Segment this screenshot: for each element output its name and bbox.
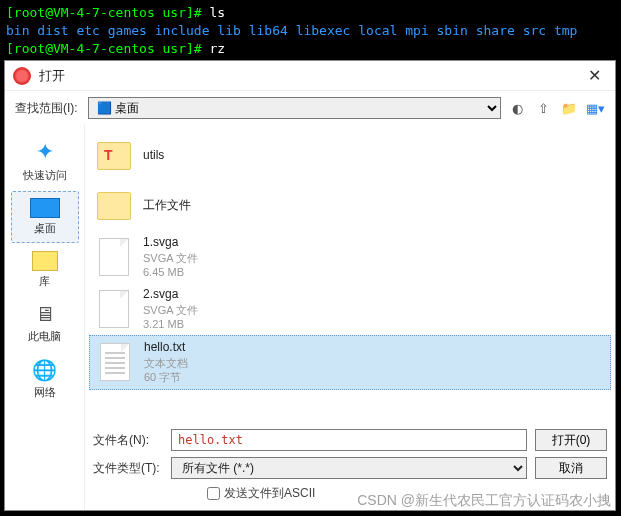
file-name: 2.svga	[143, 287, 198, 303]
file-list[interactable]: utils 工作文件 1.svga SVGA 文件 6.45 MB 2.svga…	[85, 125, 615, 425]
bottom-panel: 文件名(N): 打开(0) 文件类型(T): 所有文件 (*.*) 取消 发送文…	[85, 425, 615, 510]
desktop-icon	[30, 198, 60, 218]
file-row[interactable]: 2.svga SVGA 文件 3.21 MB	[89, 283, 611, 335]
file-size: 60 字节	[144, 370, 188, 384]
star-icon: ✦	[11, 139, 79, 165]
filename-label: 文件名(N):	[93, 432, 163, 449]
prompt: [root@VM-4-7-centos usr]#	[6, 5, 202, 20]
up-icon[interactable]: ⇧	[533, 98, 553, 118]
ascii-checkbox[interactable]	[207, 487, 220, 500]
prompt: [root@VM-4-7-centos usr]#	[6, 41, 202, 56]
file-row[interactable]: 1.svga SVGA 文件 6.45 MB	[89, 231, 611, 283]
file-type: SVGA 文件	[143, 251, 198, 265]
lookin-row: 查找范围(I): 🟦 桌面 ◐ ⇧ 📁 ▦▾	[5, 91, 615, 125]
file-type: SVGA 文件	[143, 303, 198, 317]
filetype-label: 文件类型(T):	[93, 460, 163, 477]
file-name: hello.txt	[144, 340, 188, 356]
place-quick-access[interactable]: ✦ 快速访问	[11, 133, 79, 189]
file-size: 3.21 MB	[143, 317, 198, 331]
file-row[interactable]: hello.txt 文本文档 60 字节	[89, 335, 611, 389]
lookin-select[interactable]: 🟦 桌面	[88, 97, 501, 119]
close-button[interactable]: ✕	[582, 64, 607, 87]
filename-input[interactable]	[171, 429, 527, 451]
cancel-button[interactable]: 取消	[535, 457, 607, 479]
place-network[interactable]: 🌐 网络	[11, 352, 79, 406]
lookin-label: 查找范围(I):	[15, 100, 78, 117]
back-icon[interactable]: ◐	[507, 98, 527, 118]
place-thispc[interactable]: 🖥 此电脑	[11, 297, 79, 350]
app-icon	[13, 67, 31, 85]
file-name: utils	[143, 148, 164, 164]
library-icon	[32, 251, 58, 271]
ls-output: bin dist etc games include lib lib64 lib…	[6, 22, 615, 40]
text-file-icon	[100, 343, 130, 381]
view-menu-icon[interactable]: ▦▾	[585, 98, 605, 118]
terminal: [root@VM-4-7-centos usr]# ls bin dist et…	[0, 0, 621, 63]
filetype-select[interactable]: 所有文件 (*.*)	[171, 457, 527, 479]
file-icon	[99, 238, 129, 276]
file-icon	[99, 290, 129, 328]
titlebar: 打开 ✕	[5, 61, 615, 91]
dialog-title: 打开	[39, 67, 582, 85]
file-size: 6.45 MB	[143, 265, 198, 279]
folder-icon	[97, 142, 131, 170]
folder-icon	[97, 192, 131, 220]
open-button[interactable]: 打开(0)	[535, 429, 607, 451]
places-sidebar: ✦ 快速访问 桌面 库 🖥 此电脑 🌐 网络	[5, 125, 85, 510]
file-type: 文本文档	[144, 356, 188, 370]
new-folder-icon[interactable]: 📁	[559, 98, 579, 118]
file-name: 1.svga	[143, 235, 198, 251]
file-name: 工作文件	[143, 198, 191, 214]
file-row[interactable]: utils	[89, 131, 611, 181]
globe-icon: 🌐	[11, 358, 79, 382]
monitor-icon: 🖥	[11, 303, 79, 326]
open-file-dialog: 打开 ✕ 查找范围(I): 🟦 桌面 ◐ ⇧ 📁 ▦▾ ✦ 快速访问 桌面 库	[4, 60, 616, 511]
cmd: rz	[210, 41, 226, 56]
place-library[interactable]: 库	[11, 245, 79, 295]
cmd: ls	[210, 5, 226, 20]
ascii-label: 发送文件到ASCII	[224, 485, 315, 502]
file-row[interactable]: 工作文件	[89, 181, 611, 231]
place-desktop[interactable]: 桌面	[11, 191, 79, 243]
